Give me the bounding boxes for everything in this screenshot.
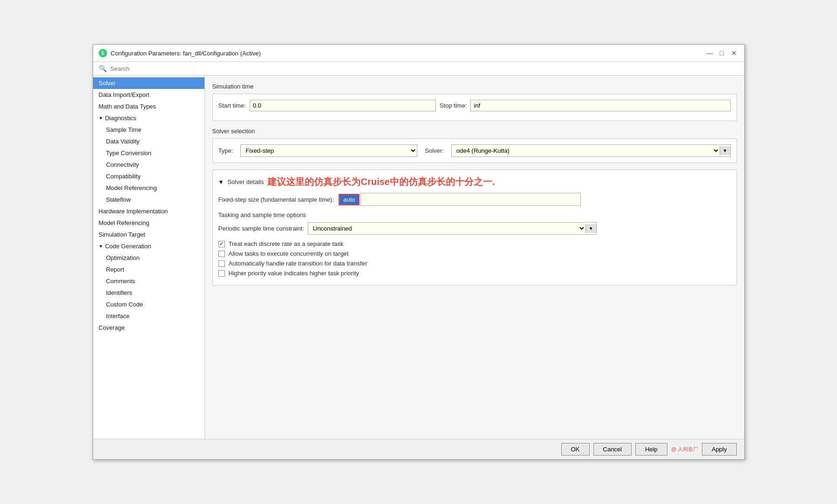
window-title: Configuration Parameters: fan_dll/Config… <box>111 50 261 57</box>
sidebar-item-label: Data Import/Export <box>99 91 150 98</box>
title-bar-left: S Configuration Parameters: fan_dll/Conf… <box>99 49 261 57</box>
sidebar-item-label: Simulation Target <box>99 231 145 238</box>
sidebar-item-optimization[interactable]: Optimization <box>93 252 204 264</box>
solver-details-title: Solver details <box>227 178 264 185</box>
sidebar-item-math-data-types[interactable]: Math and Data Types <box>93 101 204 112</box>
checkbox-label-3: Higher priority value indicates higher t… <box>229 270 359 277</box>
sidebar-item-label: Sample Time <box>106 126 142 133</box>
solver-select-wrap: ode4 (Runge-Kutta) ▼ <box>451 144 731 157</box>
sidebar-item-compatibility[interactable]: Compatibility <box>93 170 204 182</box>
sidebar-item-label: Comments <box>106 278 136 285</box>
sidebar-item-hardware-impl[interactable]: Hardware Implementation <box>93 205 204 217</box>
periodic-row: Periodic sample time constraint: Unconst… <box>218 222 731 235</box>
search-input[interactable] <box>110 65 739 72</box>
checkbox-row-0: Treat each discrete rate as a separate t… <box>218 240 731 247</box>
type-select[interactable]: Fixed-step <box>241 145 417 157</box>
sidebar-item-label: Identifiers <box>106 289 132 296</box>
checkbox-1[interactable] <box>218 251 225 257</box>
ok-button[interactable]: OK <box>561 443 590 456</box>
sidebar-item-data-import-export[interactable]: Data Import/Export <box>93 89 204 101</box>
sidebar-item-interface[interactable]: Interface <box>93 310 204 322</box>
periodic-dropdown-arrow[interactable]: ▼ <box>585 224 596 233</box>
sidebar-item-sample-time[interactable]: Sample Time <box>93 124 204 136</box>
sidebar-item-data-validity[interactable]: Data Validity <box>93 136 204 147</box>
expand-triangle-code: ▼ <box>99 244 103 249</box>
solver-type-row: Type: Fixed-step Solver: ode4 (Runge-Kut… <box>218 144 731 157</box>
sidebar-item-connectivity[interactable]: Connectivity <box>93 159 204 170</box>
cancel-button[interactable]: Cancel <box>593 443 632 456</box>
checkbox-row-1: Allow tasks to execute concurrently on t… <box>218 250 731 257</box>
solver-label: Solver: <box>425 147 443 154</box>
sidebar-item-label: Compatibility <box>106 173 141 180</box>
checkbox-label-0: Treat each discrete rate as a separate t… <box>229 240 344 247</box>
sidebar-item-type-conversion[interactable]: Type Conversion <box>93 147 204 159</box>
stop-time-label: Stop time: <box>440 102 467 109</box>
checkbox-row-2: Automatically handle rate transition for… <box>218 260 731 267</box>
solver-selection-title: Solver selection <box>212 128 737 135</box>
simulation-time-row: Start time: Stop time: <box>218 100 731 111</box>
help-button[interactable]: Help <box>635 443 667 456</box>
search-bar: 🔍 <box>93 62 744 75</box>
checkbox-label-1: Allow tasks to execute concurrently on t… <box>229 250 349 257</box>
periodic-select-wrap: Unconstrained ▼ <box>308 222 597 235</box>
stop-time-input[interactable] <box>470 100 730 111</box>
sidebar-item-label: Diagnostics <box>105 115 136 122</box>
sidebar-item-label: Model Referencing <box>106 184 157 191</box>
checkbox-0[interactable] <box>218 241 225 247</box>
app-icon: S <box>99 49 107 57</box>
sidebar-item-report[interactable]: Report <box>93 264 204 275</box>
start-time-input[interactable] <box>250 100 436 111</box>
periodic-select[interactable]: Unconstrained <box>308 223 585 234</box>
sidebar-item-model-referencing-diag[interactable]: Model Referencing <box>93 182 204 194</box>
sidebar-item-identifiers[interactable]: Identifiers <box>93 287 204 299</box>
solver-details-box: ▼ Solver details 建议这里的仿真步长为Cruise中的仿真步长的… <box>212 170 737 286</box>
bottom-bar: OK Cancel Help @ 人间造厂 Apply <box>93 439 744 459</box>
sidebar-item-stateflow[interactable]: Stateflow <box>93 194 204 205</box>
expand-triangle: ▼ <box>99 116 103 121</box>
sidebar-item-label: Hardware Implementation <box>99 208 168 215</box>
periodic-label: Periodic sample time constraint: <box>218 225 304 232</box>
sidebar-item-label: Interface <box>106 313 130 320</box>
sidebar-item-comments[interactable]: Comments <box>93 275 204 287</box>
type-select-wrap: Fixed-step <box>240 144 417 157</box>
solver-select[interactable]: ode4 (Runge-Kutta) <box>452 145 720 157</box>
collapse-triangle[interactable]: ▼ <box>218 179 224 185</box>
main-content: Solver Data Import/Export Math and Data … <box>93 75 744 439</box>
sidebar-item-label: Coverage <box>99 324 125 331</box>
sidebar-item-simulation-target[interactable]: Simulation Target <box>93 229 204 240</box>
tasking-section: Tasking and sample time options Periodic… <box>218 211 731 277</box>
sidebar-item-diagnostics[interactable]: ▼ Diagnostics <box>93 112 204 124</box>
simulation-time-title: Simulation time <box>212 83 737 90</box>
sidebar-item-solver[interactable]: Solver <box>93 77 204 89</box>
checkbox-3[interactable] <box>218 270 225 277</box>
checkbox-row-3: Higher priority value indicates higher t… <box>218 270 731 277</box>
fixed-step-input[interactable] <box>361 193 581 206</box>
title-bar-controls: — □ ✕ <box>705 48 739 58</box>
fixed-step-label: Fixed-step size (fundamental sample time… <box>218 196 334 203</box>
simulation-time-box: Start time: Stop time: <box>212 94 737 121</box>
search-icon: 🔍 <box>99 65 107 72</box>
sidebar-item-code-generation[interactable]: ▼ Code Generation <box>93 240 204 252</box>
sidebar-item-label: Connectivity <box>106 161 139 168</box>
sidebar-item-label: Report <box>106 266 124 273</box>
sidebar-item-model-referencing-top[interactable]: Model Referencing <box>93 217 204 229</box>
solver-dropdown-arrow[interactable]: ▼ <box>720 146 730 155</box>
checkbox-2[interactable] <box>218 260 225 267</box>
sidebar-item-label: Custom Code <box>106 301 143 308</box>
annotation-text: 建议这里的仿真步长为Cruise中的仿真步长的十分之一. <box>267 176 495 188</box>
sidebar: Solver Data Import/Export Math and Data … <box>93 75 205 439</box>
content-area: Simulation time Start time: Stop time: S… <box>205 75 744 439</box>
sidebar-item-label: Code Generation <box>105 243 151 250</box>
auto-highlighted[interactable]: auto <box>339 194 360 205</box>
apply-button[interactable]: Apply <box>702 443 737 456</box>
sidebar-item-coverage[interactable]: Coverage <box>93 322 204 334</box>
start-time-label: Start time: <box>218 102 246 109</box>
sidebar-item-custom-code[interactable]: Custom Code <box>93 299 204 310</box>
close-button[interactable]: ✕ <box>729 48 739 58</box>
fixed-step-row: Fixed-step size (fundamental sample time… <box>218 193 731 206</box>
maximize-button[interactable]: □ <box>717 48 727 58</box>
sidebar-item-label: Type Conversion <box>106 150 152 157</box>
tasking-title: Tasking and sample time options <box>218 211 731 218</box>
minimize-button[interactable]: — <box>705 48 715 58</box>
solver-selection-box: Type: Fixed-step Solver: ode4 (Runge-Kut… <box>212 138 737 163</box>
